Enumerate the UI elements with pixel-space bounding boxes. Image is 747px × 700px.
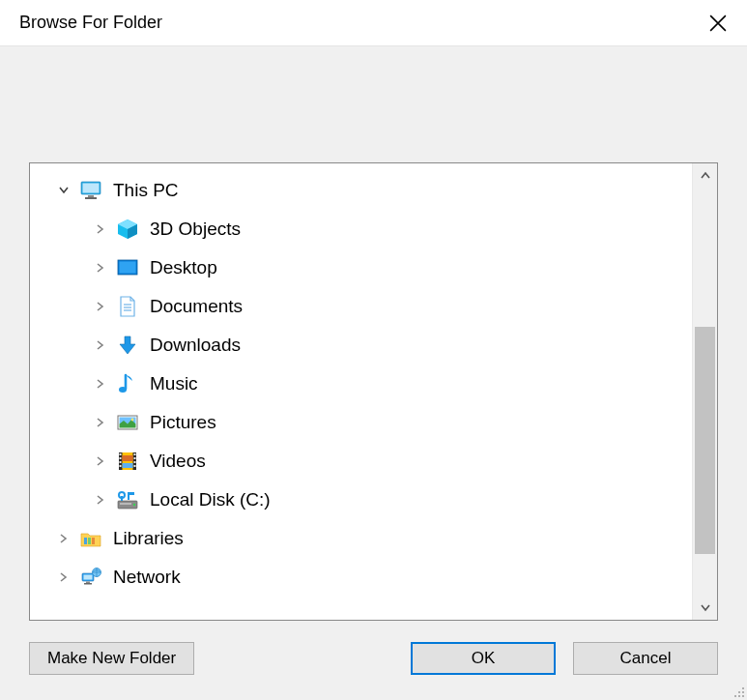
close-icon: [709, 15, 727, 32]
svg-point-42: [734, 695, 736, 697]
picture-icon: [115, 410, 140, 435]
chevron-right-icon: [95, 223, 106, 235]
tree-item-local-disk[interactable]: Local Disk (C:): [30, 481, 692, 519]
expander-videos[interactable]: [92, 452, 109, 470]
expander-3d-objects[interactable]: [92, 220, 109, 238]
tree-item-label: Videos: [150, 451, 206, 472]
title-bar: Browse For Folder: [0, 0, 747, 46]
tree-item-label: Libraries: [113, 528, 184, 549]
chevron-right-icon: [95, 301, 106, 312]
svg-rect-35: [84, 575, 93, 580]
chevron-right-icon: [95, 339, 106, 351]
svg-rect-37: [84, 583, 92, 585]
expander-documents[interactable]: [92, 298, 109, 315]
tree-item-downloads[interactable]: Downloads: [30, 326, 692, 365]
download-arrow-icon: [115, 333, 140, 358]
svg-rect-3: [85, 197, 97, 199]
tree-item-libraries[interactable]: Libraries: [30, 519, 692, 558]
network-icon: [78, 565, 103, 590]
tree-item-documents[interactable]: Documents: [30, 287, 692, 326]
scroll-track[interactable]: [693, 189, 717, 595]
svg-rect-30: [128, 492, 129, 500]
chevron-right-icon: [58, 533, 70, 544]
svg-point-43: [738, 695, 740, 697]
make-new-folder-button[interactable]: Make New Folder: [29, 642, 194, 675]
svg-rect-28: [121, 496, 123, 501]
svg-rect-16: [123, 463, 133, 468]
expander-network[interactable]: [55, 569, 72, 586]
tree-item-this-pc[interactable]: This PC: [30, 171, 692, 210]
libraries-icon: [78, 526, 103, 551]
svg-point-40: [738, 691, 740, 693]
svg-point-41: [742, 691, 744, 693]
svg-rect-21: [134, 453, 136, 455]
svg-rect-18: [120, 457, 122, 459]
document-icon: [115, 294, 140, 319]
svg-rect-17: [120, 453, 122, 455]
svg-rect-20: [120, 465, 122, 467]
tree-item-label: Documents: [150, 296, 243, 317]
tree-item-pictures[interactable]: Pictures: [30, 403, 692, 442]
chevron-up-icon: [700, 170, 711, 182]
monitor-icon: [78, 178, 103, 203]
expander-this-pc[interactable]: [55, 182, 72, 199]
tree-item-label: Local Disk (C:): [150, 489, 271, 510]
scroll-down-button[interactable]: [693, 595, 718, 620]
expander-local-disk[interactable]: [92, 491, 109, 509]
browse-for-folder-dialog: Browse For Folder This PC: [0, 0, 747, 700]
chevron-right-icon: [95, 378, 106, 390]
expander-desktop[interactable]: [92, 259, 109, 277]
folder-tree[interactable]: This PC 3D Objects: [29, 162, 718, 621]
tree-item-desktop[interactable]: Desktop: [30, 248, 692, 287]
chevron-right-icon: [95, 262, 106, 274]
svg-point-12: [131, 419, 134, 422]
tree-item-3d-objects[interactable]: 3D Objects: [30, 210, 692, 248]
tree-item-label: Music: [150, 373, 198, 394]
dialog-body: This PC 3D Objects: [0, 46, 747, 700]
tree-item-label: This PC: [113, 180, 179, 201]
tree-item-label: 3D Objects: [150, 219, 241, 240]
desktop-icon: [115, 255, 140, 280]
chevron-right-icon: [95, 494, 106, 506]
expander-pictures[interactable]: [92, 414, 109, 431]
ok-button[interactable]: OK: [411, 642, 556, 675]
svg-point-9: [119, 387, 127, 393]
resize-grip[interactable]: [730, 683, 745, 698]
cancel-button[interactable]: Cancel: [573, 642, 718, 675]
chevron-right-icon: [58, 571, 70, 583]
tree-item-label: Pictures: [150, 412, 216, 433]
expander-music[interactable]: [92, 375, 109, 393]
svg-rect-5: [120, 262, 136, 274]
tree-item-network[interactable]: Network: [30, 558, 692, 597]
svg-point-27: [133, 504, 135, 506]
svg-rect-33: [92, 538, 95, 544]
vertical-scrollbar[interactable]: [692, 163, 717, 620]
tree-item-label: Desktop: [150, 257, 217, 278]
tree-item-label: Network: [113, 567, 181, 588]
scroll-up-button[interactable]: [693, 163, 718, 189]
expander-downloads[interactable]: [92, 336, 109, 354]
disk-icon: [115, 487, 140, 512]
expander-libraries[interactable]: [55, 530, 72, 547]
svg-point-39: [742, 687, 744, 689]
music-note-icon: [115, 371, 140, 396]
scroll-thumb[interactable]: [695, 327, 715, 554]
chevron-down-icon: [58, 185, 70, 196]
tree-item-label: Downloads: [150, 335, 241, 356]
svg-rect-32: [88, 538, 91, 544]
svg-rect-26: [120, 503, 131, 505]
tree-item-music[interactable]: Music: [30, 365, 692, 403]
svg-rect-31: [84, 538, 87, 544]
tree-item-videos[interactable]: Videos: [30, 442, 692, 481]
svg-rect-2: [88, 195, 94, 197]
svg-rect-22: [134, 457, 136, 459]
cube-icon: [115, 217, 140, 242]
chevron-right-icon: [95, 455, 106, 467]
button-row: Make New Folder OK Cancel: [29, 621, 718, 681]
close-button[interactable]: [689, 0, 747, 46]
svg-point-44: [742, 695, 744, 697]
film-icon: [115, 449, 140, 474]
svg-rect-15: [123, 455, 133, 461]
tree-content: This PC 3D Objects: [30, 163, 692, 620]
svg-rect-24: [134, 465, 136, 467]
